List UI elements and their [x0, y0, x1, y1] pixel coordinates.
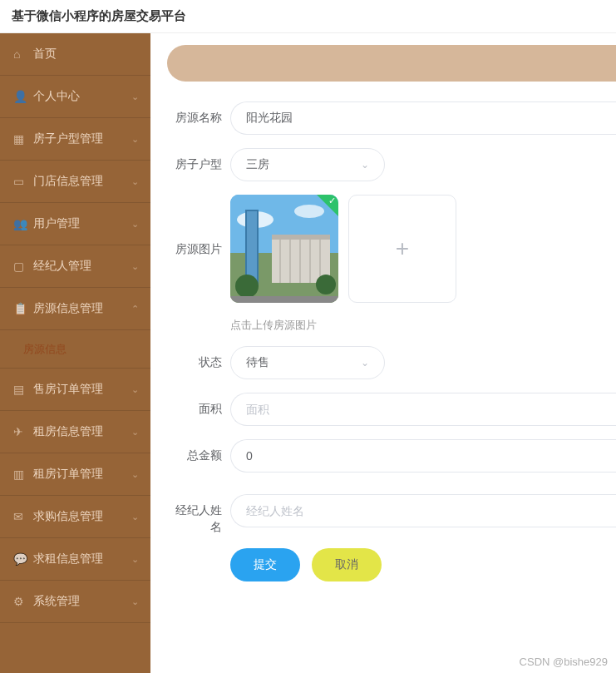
label-total: 总金额 [167, 439, 230, 464]
sidebar-item-profile[interactable]: 👤 个人中心 ⌄ [0, 76, 150, 118]
chevron-down-icon: ⌄ [131, 384, 139, 395]
mail-icon: ✉ [13, 511, 25, 522]
app-title: 基于微信小程序的房屋交易平台 [12, 8, 186, 24]
cancel-button[interactable]: 取消 [312, 548, 382, 581]
sys-icon: ⚙ [13, 596, 25, 607]
chevron-up-icon: ⌃ [131, 304, 139, 314]
users-icon: 👥 [13, 218, 25, 230]
home-icon: ⌂ [13, 48, 25, 60]
plus-icon: + [396, 235, 409, 262]
status-select[interactable]: 待售 ⌄ [230, 346, 385, 379]
sidebar-item-system[interactable]: ⚙ 系统管理 ⌄ [0, 581, 150, 623]
store-icon: ▭ [13, 176, 25, 187]
sidebar-item-label: 求购信息管理 [33, 509, 103, 524]
watermark: CSDN @bishe929 [520, 656, 608, 668]
chevron-down-icon: ⌄ [131, 176, 139, 187]
sidebar-sub-listing-info[interactable]: 房源信息 [0, 330, 150, 369]
chevron-down-icon: ⌄ [131, 261, 139, 272]
chevron-down-icon: ⌄ [131, 512, 139, 522]
chevron-down-icon: ⌄ [131, 469, 139, 480]
chevron-down-icon: ⌄ [131, 596, 139, 607]
sidebar-item-sell-orders[interactable]: ▤ 售房订单管理 ⌄ [0, 369, 150, 411]
svg-point-13 [235, 275, 259, 298]
sidebar-item-label: 租房信息管理 [33, 424, 103, 439]
label-name: 房源名称 [167, 101, 230, 126]
sidebar-item-label: 租房订单管理 [33, 467, 103, 482]
agent-input[interactable] [230, 494, 616, 527]
sidebar-item-label: 房源信息管理 [33, 301, 103, 316]
sidebar-item-label: 售房订单管理 [33, 382, 103, 397]
header: 基于微信小程序的房屋交易平台 [0, 0, 616, 33]
chevron-down-icon: ⌄ [131, 92, 139, 102]
area-input[interactable] [230, 393, 616, 426]
sidebar-item-label: 个人中心 [33, 89, 80, 104]
select-value: 待售 [246, 355, 269, 370]
doc-icon: 📋 [13, 303, 25, 314]
type-select[interactable]: 三房 ⌄ [230, 148, 385, 181]
chevron-down-icon: ⌄ [131, 219, 139, 230]
rent-icon: ▥ [13, 468, 25, 480]
sidebar-item-label: 经纪人管理 [33, 259, 91, 274]
chevron-down-icon: ⌄ [361, 357, 369, 369]
user-icon: 👤 [13, 91, 25, 102]
sidebar-sub-label: 房源信息 [23, 342, 67, 357]
svg-rect-5 [247, 211, 257, 285]
chevron-down-icon: ⌄ [131, 134, 139, 145]
uploaded-image[interactable] [230, 195, 338, 303]
sidebar-item-rent-requests[interactable]: 💬 求租信息管理 ⌄ [0, 538, 150, 581]
svg-rect-15 [230, 296, 338, 303]
order-icon: ▤ [13, 384, 25, 395]
sidebar-item-label: 房子户型管理 [33, 131, 103, 146]
sidebar-item-home[interactable]: ⌂ 首页 [0, 33, 150, 76]
agent-icon: ▢ [13, 260, 25, 272]
sidebar-item-housetype[interactable]: ▦ 房子户型管理 ⌄ [0, 118, 150, 161]
add-image-button[interactable]: + [348, 195, 456, 303]
name-input[interactable] [230, 101, 616, 135]
chevron-down-icon: ⌄ [131, 554, 139, 565]
select-value: 三房 [246, 157, 269, 172]
grid-icon: ▦ [13, 133, 25, 145]
label-area: 面积 [167, 393, 230, 418]
label-type: 房子户型 [167, 148, 230, 173]
plane-icon: ✈ [13, 426, 25, 438]
chat-icon: 💬 [13, 553, 25, 565]
svg-rect-7 [272, 235, 330, 240]
banner [167, 45, 616, 82]
label-agent: 经纪人姓名 [167, 494, 230, 535]
sidebar-item-label: 门店信息管理 [33, 174, 103, 189]
sidebar-item-label: 首页 [33, 47, 57, 62]
label-hint [167, 316, 230, 324]
sidebar-item-rent-info[interactable]: ✈ 租房信息管理 ⌄ [0, 411, 150, 453]
upload-hint: 点击上传房源图片 [230, 318, 616, 333]
submit-button[interactable]: 提交 [230, 548, 300, 581]
sidebar-item-label: 用户管理 [33, 216, 80, 231]
sidebar-item-listings[interactable]: 📋 房源信息管理 ⌃ [0, 288, 150, 330]
sidebar-item-agents[interactable]: ▢ 经纪人管理 ⌄ [0, 245, 150, 288]
chevron-down-icon: ⌄ [361, 159, 369, 171]
sidebar-item-label: 系统管理 [33, 594, 80, 609]
content: 房源名称 房子户型 三房 ⌄ 房源图片 [150, 33, 616, 673]
sidebar: ⌂ 首页 👤 个人中心 ⌄ ▦ 房子户型管理 ⌄ ▭ 门店信息管理 ⌄ 👥 用户… [0, 33, 150, 673]
svg-point-14 [316, 275, 336, 294]
chevron-down-icon: ⌄ [131, 427, 139, 438]
total-input[interactable] [230, 439, 616, 473]
sidebar-item-label: 求租信息管理 [33, 552, 103, 567]
sidebar-item-users[interactable]: 👥 用户管理 ⌄ [0, 203, 150, 245]
label-status: 状态 [167, 346, 230, 371]
sidebar-item-rent-orders[interactable]: ▥ 租房订单管理 ⌄ [0, 453, 150, 496]
label-image: 房源图片 [167, 195, 230, 258]
sidebar-item-store[interactable]: ▭ 门店信息管理 ⌄ [0, 161, 150, 203]
check-icon [317, 195, 338, 216]
sidebar-item-buy-requests[interactable]: ✉ 求购信息管理 ⌄ [0, 496, 150, 538]
